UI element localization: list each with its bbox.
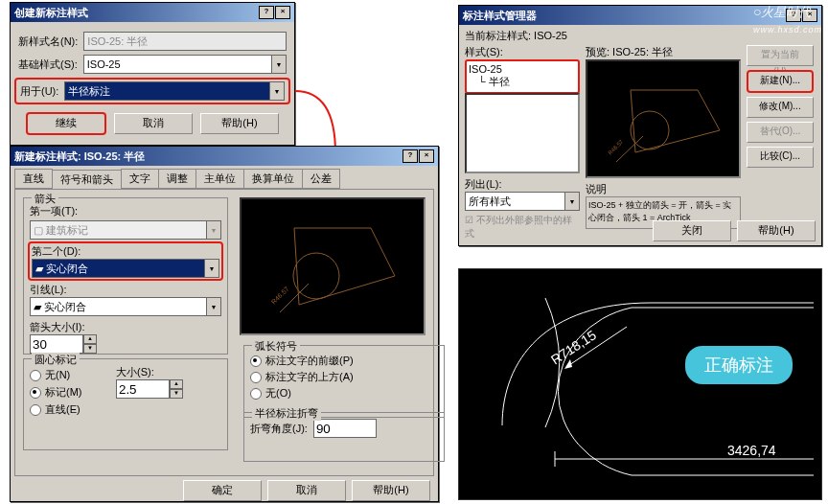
xref-checkbox-label: ☑ 不列出外部参照中的样式 (465, 214, 580, 241)
cm-size-label: 大小(S): (116, 365, 183, 379)
svg-text:R46.57: R46.57 (607, 138, 624, 155)
second-label: 第二个(D): (32, 244, 219, 259)
chevron-down-icon: ▼ (269, 82, 284, 100)
group-title: 箭头 (32, 192, 58, 206)
titlebar[interactable]: 创建新标注样式 ?× (11, 3, 294, 22)
ok-button[interactable]: 确定 (183, 480, 262, 501)
leader-combo[interactable]: ▰ 实心闭合▼ (30, 297, 221, 316)
continue-button[interactable]: 继续 (26, 112, 106, 135)
name-label: 新样式名(N): (18, 34, 78, 49)
tab-arrows[interactable]: 符号和箭头 (52, 170, 122, 190)
help-button[interactable]: 帮助(H) (200, 113, 279, 134)
chevron-down-icon: ▼ (564, 193, 579, 210)
edit-dimstyle-dialog: 新建标注样式: ISO-25: 半径 ?× 直线 符号和箭头 文字 调整 主单位… (10, 146, 439, 502)
jog-field[interactable] (313, 419, 377, 438)
radio-arc-before[interactable] (250, 355, 262, 367)
tab-text[interactable]: 文字 (121, 169, 159, 189)
size-label: 箭头大小(I): (30, 320, 221, 334)
list-filter-combo[interactable]: 所有样式▼ (465, 192, 580, 211)
radio-line[interactable] (30, 404, 41, 416)
correct-callout: 正确标注 (685, 346, 793, 384)
preview-pane: R46.57 (586, 59, 741, 178)
use-label: 用于(U): (20, 84, 58, 99)
svg-text:3426,74: 3426,74 (727, 443, 776, 458)
modify-button[interactable]: 修改(M)... (747, 97, 814, 118)
spin-up-icon[interactable]: ▲ (83, 334, 97, 344)
desc-label: 说明 (586, 182, 741, 196)
tab-lines[interactable]: 直线 (14, 169, 53, 189)
preview-pane: R46.57 (240, 197, 426, 335)
radio-none[interactable] (30, 370, 41, 381)
group-title: 弧长符号 (252, 339, 300, 354)
title: 新建标注样式: ISO-25: 半径 (14, 149, 145, 164)
close-button[interactable]: 关闭 (653, 220, 731, 241)
dimstyle-manager-dialog: 标注样式管理器 ?× 当前标注样式: ISO-25 样式(S): ISO-25 … (458, 5, 822, 246)
first-combo: ▢ 建筑标记▼ (30, 220, 221, 240)
svg-text:R46.57: R46.57 (270, 286, 290, 306)
create-dimstyle-dialog: 创建新标注样式 ?× 新样式名(N): ISO-25: 半径 基础样式(S): … (10, 2, 295, 146)
chevron-down-icon: ▼ (206, 298, 220, 315)
center-mark-group: 圆心标记 无(N) 标记(M) 直线(E) 大小(S): ▲▼ (23, 358, 228, 450)
chevron-down-icon: ▼ (204, 260, 218, 277)
jog-label: 折弯角度(J): (250, 422, 308, 436)
base-combo[interactable]: ISO-25▼ (83, 55, 287, 74)
arrow-size-spinner[interactable]: ▲▼ (30, 334, 221, 354)
svg-text:R718,15: R718,15 (548, 327, 599, 367)
watermark: ○火星时代 www.hxsd.com (753, 4, 822, 35)
result-drawing: R718,15 3426,74 正确标注 (458, 268, 822, 500)
first-label: 第一项(T): (30, 204, 221, 218)
chevron-down-icon: ▼ (271, 56, 286, 73)
help-button[interactable]: 帮助(H) (352, 480, 430, 501)
chevron-down-icon: ▼ (206, 221, 220, 239)
list-item[interactable]: └ 半径 (469, 75, 576, 89)
leader-label: 引线(L): (30, 283, 221, 297)
group-title: 半径标注折弯 (252, 406, 321, 421)
spin-down-icon[interactable]: ▼ (83, 344, 97, 354)
cancel-button[interactable]: 取消 (267, 480, 346, 501)
tab-alt[interactable]: 换算单位 (243, 169, 303, 189)
tab-primary[interactable]: 主单位 (196, 169, 244, 189)
list-label: 列出(L): (465, 177, 580, 192)
tab-tol[interactable]: 公差 (302, 169, 340, 189)
tab-strip: 直线 符号和箭头 文字 调整 主单位 换算单位 公差 (14, 170, 434, 189)
titlebar[interactable]: 新建标注样式: ISO-25: 半径 ?× (11, 147, 438, 166)
radio-mark[interactable] (30, 387, 41, 399)
spin-up-icon[interactable]: ▲ (170, 379, 183, 389)
second-combo[interactable]: ▰ 实心闭合▼ (32, 259, 219, 278)
jog-group: 半径标注折弯 折弯角度(J): (243, 412, 445, 462)
name-field: ISO-25: 半径 (83, 32, 287, 51)
override-button[interactable]: 替代(O)... (747, 122, 814, 143)
tab-fit[interactable]: 调整 (158, 169, 196, 189)
radio-arc-none[interactable] (250, 388, 262, 400)
setcurrent-button[interactable]: 置为当前(U) (747, 45, 814, 66)
use-combo[interactable]: 半径标注▼ (64, 81, 285, 101)
help-icon[interactable]: ? (402, 149, 418, 163)
styles-listbox[interactable]: ISO-25 └ 半径 (465, 59, 580, 94)
help-button[interactable]: 帮助(H) (737, 220, 816, 241)
close-icon[interactable]: × (275, 6, 290, 19)
list-item[interactable]: ISO-25 (469, 63, 576, 75)
cancel-button[interactable]: 取消 (114, 113, 193, 134)
cm-size-spinner[interactable]: ▲▼ (116, 379, 183, 399)
title: 标注样式管理器 (463, 9, 537, 23)
styles-label: 样式(S): (465, 45, 580, 59)
help-icon[interactable]: ? (259, 6, 274, 19)
title: 创建新标注样式 (14, 6, 88, 20)
arrowheads-group: 箭头 第一项(T): ▢ 建筑标记▼ 第二个(D): ▰ 实心闭合▼ 引线(L)… (23, 197, 228, 355)
base-label: 基础样式(S): (18, 57, 78, 72)
close-icon[interactable]: × (419, 149, 434, 163)
new-button[interactable]: 新建(N)... (747, 70, 814, 93)
compare-button[interactable]: 比较(C)... (747, 147, 814, 168)
group-title: 圆心标记 (32, 353, 80, 367)
styles-listbox-body[interactable] (465, 93, 580, 173)
radio-arc-above[interactable] (250, 372, 262, 383)
svg-point-3 (631, 111, 669, 149)
spin-down-icon[interactable]: ▼ (170, 389, 183, 399)
preview-label: 预览: ISO-25: 半径 (586, 45, 741, 59)
